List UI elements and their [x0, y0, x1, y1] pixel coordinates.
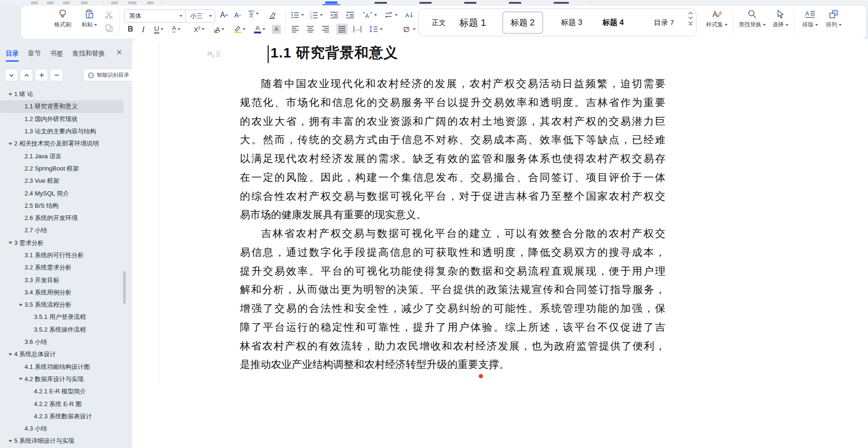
document-canvas[interactable]: H2 1.1 研究背景和意义 随着中国农业现代化和农村经济的发展，农村产权交易活… [132, 39, 868, 448]
style-set-button[interactable]: A 样式集 [703, 9, 731, 29]
chevron-down-icon[interactable] [180, 15, 182, 17]
decrease-indent-button[interactable] [329, 9, 339, 21]
toc-item[interactable]: 2 相关技术简介及部署环境说明 [0, 138, 128, 150]
gallery-expand-icon[interactable] [688, 21, 693, 26]
text-sort-button[interactable]: A [405, 9, 414, 21]
distribute-text-button[interactable]: <> [353, 24, 362, 35]
doc-line[interactable]: 规范化、市场化和信息化的交易服务平台以提升交易效率和透明度。吉林省作为重要 [240, 93, 665, 112]
doc-line[interactable]: 解和分析，从而做出更为明智的决策。平台提供的政策法规宣传和合同签订指导服务， [240, 280, 665, 299]
character-scale-button[interactable]: A [362, 9, 377, 21]
quick-access-icon-clipped[interactable] [128, 1, 137, 4]
style-gallery-item[interactable]: 标题 1 [459, 16, 486, 29]
font-name-select[interactable]: 黑体 [124, 12, 178, 20]
gallery-scroll-down-icon[interactable] [688, 16, 693, 20]
toc-item[interactable]: 4 系统总体设计 [0, 348, 128, 360]
toc-expand-all-button[interactable] [5, 69, 18, 81]
doc-line[interactable]: 的综合性农村产权交易与数据可视化平台，对于促进吉林省乃至整个国家农村产权交 [240, 187, 665, 206]
format-painter-button[interactable]: 格式刷 [54, 9, 71, 29]
ribbon-tab-clipped[interactable] [419, 2, 432, 4]
doc-line[interactable]: 易市场的健康发展具有重要的现实意义。 [240, 205, 665, 224]
ribbon-tab-clipped[interactable] [464, 2, 476, 4]
toc-item[interactable]: 2.2 SpringBoot 框架 [0, 163, 128, 175]
style-gallery-item[interactable]: 标题 4 [602, 17, 623, 27]
toc-item[interactable]: 5 系统详细设计与实现 [0, 435, 128, 447]
toc-item[interactable]: 1.2 国内外研究现状 [0, 113, 128, 125]
smart-toc-button[interactable]: 智能识别目录 [83, 69, 134, 81]
toc-item[interactable]: 3.6 小结 [0, 336, 128, 348]
toc-item[interactable]: 3 需求分析 [0, 237, 128, 249]
sidebar-scrollbar-thumb[interactable] [123, 271, 126, 304]
doc-line[interactable]: 增强了交易的合法性和安全性，减少了交易纠纷的可能性。系统管理功能的加强，保 [240, 299, 665, 318]
doc-line[interactable]: 的农业大省，拥有丰富的农业资源和广阔的农村土地资源，其农村产权的交易潜力巨 [240, 112, 665, 131]
text-wrap-button[interactable] [384, 9, 398, 21]
style-gallery-item[interactable]: 正文 [432, 18, 446, 27]
toc-item[interactable]: 3.5.2 系统操作流程 [0, 324, 128, 336]
toc-item[interactable]: 3.2 系统需求分析 [0, 261, 128, 274]
sidebar-tab[interactable]: 查找和替换 [72, 49, 105, 58]
style-gallery-item[interactable]: 标题 3 [561, 17, 582, 27]
style-gallery-item[interactable]: 目录 7 [654, 18, 674, 27]
quick-access-icon-clipped[interactable] [63, 1, 70, 4]
sidebar-tab[interactable]: 目录 [6, 49, 19, 58]
toc-zoom-out-button[interactable] [50, 69, 63, 81]
paste-button[interactable]: 粘贴 [82, 9, 97, 29]
cut-button[interactable] [104, 9, 114, 21]
ribbon-tab-clipped[interactable] [554, 2, 569, 4]
bold-button[interactable]: B [128, 24, 133, 35]
ribbon-tab-home-clipped[interactable] [325, 1, 337, 4]
toc-collapse-all-button[interactable] [20, 69, 33, 81]
align-justify-button[interactable] [336, 24, 348, 35]
doc-line[interactable]: 是推动农业产业结构调整和农村经济转型升级的重要支撑。 [240, 355, 665, 374]
increase-indent-button[interactable] [345, 9, 355, 21]
toc-item[interactable]: 2.3 Vue 框架 [0, 175, 128, 187]
doc-line[interactable]: 林省农村产权的有效流转，助力农民增收和农村经济发展，也为政府监管提供了便利， [240, 337, 665, 356]
doc-line[interactable]: 障了平台运行的稳定性和可靠性，提升了用户体验。综上所述，该平台不仅促进了吉 [240, 318, 665, 337]
toc-item[interactable]: 4.2.2 系统 E-R 图 [0, 398, 128, 410]
text-effects-button[interactable]: A [215, 24, 224, 35]
collapse-triangle-icon[interactable] [7, 440, 14, 442]
align-center-button[interactable] [306, 24, 315, 35]
arrange-button[interactable]: 排列 [822, 9, 845, 29]
superscript-button[interactable]: X2 [194, 24, 205, 35]
toc-item[interactable]: 3.5.1 用户登录流程 [0, 311, 128, 323]
shading-button[interactable] [402, 24, 416, 35]
phonetic-guide-button[interactable]: wén文 [248, 8, 259, 19]
quick-access-icon-clipped[interactable] [31, 1, 38, 4]
line-spacing-button[interactable] [369, 24, 383, 35]
quick-access-icon-clipped[interactable] [147, 1, 154, 4]
numbered-list-button[interactable]: 123 [310, 9, 323, 21]
sidebar-tab[interactable]: 书签 [50, 49, 63, 58]
document-heading[interactable]: 1.1 研究背景和意义 [270, 43, 398, 63]
select-button[interactable]: 选择 [770, 9, 791, 29]
highlight-color-button[interactable] [234, 24, 246, 35]
font-size-select[interactable]: 小三 [186, 12, 208, 20]
italic-button[interactable]: I [142, 24, 145, 35]
toc-item[interactable]: 3.5 系统流程分析 [0, 299, 128, 311]
typeset-button[interactable]: A 排版 [799, 9, 821, 29]
toc-zoom-in-button[interactable] [35, 69, 48, 81]
doc-line[interactable]: 提升交易效率。平台的可视化功能使得复杂的数据和交易流程直观展现，便于用户理 [240, 262, 665, 281]
align-left-button[interactable] [291, 24, 300, 35]
toc-item[interactable]: 1.3 论文的主要内容与结构 [0, 125, 128, 138]
collapse-triangle-icon[interactable] [7, 93, 14, 96]
collapse-triangle-icon[interactable] [7, 143, 14, 145]
drag-handle-icon[interactable] [216, 51, 220, 57]
quick-access-icon-clipped[interactable] [47, 1, 54, 4]
character-shading-button[interactable]: A [272, 24, 281, 35]
quick-access-icon-clipped[interactable] [111, 1, 118, 4]
toc-item[interactable]: 2.7 小结 [0, 224, 128, 236]
toc-item[interactable]: 3.1 系统的可行性分析 [0, 249, 128, 261]
doc-line[interactable]: 以满足现代农村经济发展的需求。缺乏有效的监管和服务体系也使得农村产权交易存 [240, 149, 665, 168]
collapse-triangle-icon[interactable] [7, 353, 14, 356]
toc-item[interactable]: 4.1 系统功能结构设计图 [0, 361, 128, 373]
collapse-triangle-icon[interactable] [7, 242, 14, 244]
toc-item[interactable]: 4.2.3 系统数据表设计 [0, 410, 128, 423]
decrease-font-size-button[interactable]: A− [234, 9, 241, 21]
clear-format-button[interactable] [267, 9, 277, 21]
doc-line[interactable]: 随着中国农业现代化和农村经济的发展，农村产权交易活动日益频繁，迫切需要 [240, 74, 665, 93]
toc-item[interactable]: 3.3 开发目标 [0, 274, 128, 286]
copy-button[interactable] [104, 23, 114, 34]
collapse-triangle-icon[interactable] [17, 304, 25, 306]
style-gallery-item[interactable]: 标题 2 [502, 11, 543, 34]
toc-item[interactable]: 2.5 B/S 结构 [0, 200, 128, 212]
